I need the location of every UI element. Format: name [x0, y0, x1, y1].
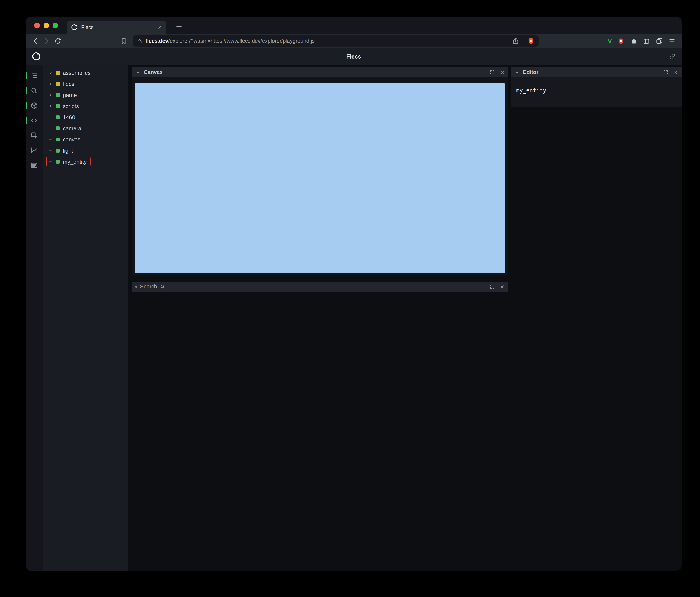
search-icon	[160, 284, 165, 289]
sidebar-item-hierarchy[interactable]	[26, 68, 43, 83]
address-bar[interactable]: flecs.dev/explorer/?wasm=https://www.fle…	[132, 35, 539, 47]
terminal-icon	[30, 161, 38, 169]
editor-panel-header: Editor	[511, 67, 682, 77]
bookmark-icon[interactable]	[118, 35, 129, 47]
tree-item-game[interactable]: game	[43, 89, 128, 100]
puzzle-extensions-icon[interactable]	[630, 37, 637, 45]
sidebar-item-inspect[interactable]	[26, 128, 43, 143]
entity-color-swatch	[56, 93, 60, 97]
editor-content[interactable]: my_entity	[516, 87, 546, 94]
sidebar-toggle-icon[interactable]	[643, 37, 650, 45]
new-tab-button[interactable]	[173, 21, 185, 32]
tree-item-label: light	[63, 147, 73, 154]
entity-color-swatch	[56, 160, 60, 163]
browser-tab-strip: Flecs	[26, 17, 682, 34]
sidebar-item-code[interactable]	[26, 113, 43, 128]
tree-item-canvas[interactable]: canvas	[43, 134, 128, 145]
sidebar-item-terminal[interactable]	[26, 158, 43, 173]
close-icon[interactable]	[500, 284, 505, 289]
v-extension-icon[interactable]: V	[608, 37, 612, 45]
tree-item-inner: flecs	[46, 79, 78, 88]
url-text: flecs.dev/explorer/?wasm=https://www.fle…	[145, 38, 315, 44]
expand-icon[interactable]	[663, 70, 668, 75]
canvas-panel-title: Canvas	[144, 69, 163, 75]
leaf-dash-icon	[47, 114, 53, 120]
tree-item-inner: assemblies	[46, 68, 95, 77]
entity-tree: assembliesflecsgamescripts1460cameracanv…	[43, 67, 128, 167]
entity-color-swatch	[56, 104, 60, 108]
tree-item-label: flecs	[63, 81, 74, 87]
sidebar-item-chart[interactable]	[26, 143, 43, 158]
leaf-dash-icon	[47, 159, 53, 164]
tree-item-scripts[interactable]: scripts	[43, 100, 128, 111]
tree-item-inner: scripts	[46, 101, 83, 111]
flecs-logo-icon	[32, 52, 41, 61]
expand-icon[interactable]	[490, 70, 495, 75]
flecs-explorer-page: Flecs assembliesflecsgamescripts1460came…	[26, 48, 682, 571]
active-indicator	[26, 102, 27, 109]
chevron-down-icon[interactable]	[135, 70, 141, 75]
shield-extension-icon[interactable]	[618, 37, 624, 45]
tab-title: Flecs	[81, 24, 154, 30]
browser-window: Flecs flecs.dev/explorer/?wasm=https://w…	[26, 17, 682, 571]
sidebar-item-search[interactable]	[26, 83, 43, 98]
editor-panel-title: Editor	[523, 69, 539, 75]
zoom-window-button[interactable]	[53, 23, 58, 28]
tree-item-label: 1460	[63, 114, 75, 120]
search-icon	[30, 86, 38, 94]
entity-color-swatch	[56, 149, 60, 152]
tree-item-label: game	[63, 92, 77, 98]
chevron-right-icon[interactable]	[47, 70, 53, 75]
browser-tab[interactable]: Flecs	[67, 21, 166, 34]
hierarchy-icon	[30, 72, 38, 79]
brave-shields-icon[interactable]	[527, 37, 534, 45]
tab-close-icon[interactable]	[157, 25, 162, 29]
close-window-button[interactable]	[34, 23, 40, 28]
search-panel-header: Search	[132, 282, 508, 292]
tree-item-inner: 1460	[46, 112, 79, 122]
menu-icon[interactable]	[668, 37, 676, 45]
entity-color-swatch	[56, 71, 60, 75]
minimize-window-button[interactable]	[43, 23, 49, 28]
tree-item-1460[interactable]: 1460	[43, 111, 128, 123]
tree-item-camera[interactable]: camera	[43, 123, 128, 134]
editor-panel-body[interactable]: my_entity	[511, 77, 682, 107]
entity-color-swatch	[56, 82, 60, 86]
address-bar-actions	[512, 37, 534, 45]
tree-item-assemblies[interactable]: assemblies	[43, 67, 128, 78]
webgl-canvas[interactable]	[135, 83, 505, 273]
page-title: Flecs	[26, 53, 682, 60]
toolbar-extensions: V	[608, 37, 677, 45]
close-icon[interactable]	[674, 70, 678, 75]
address-bar-divider	[523, 38, 523, 44]
leaf-dash-icon	[47, 126, 53, 131]
entity-tree-panel: assembliesflecsgamescripts1460cameracanv…	[43, 64, 128, 571]
tree-item-flecs[interactable]: flecs	[43, 78, 128, 89]
share-icon[interactable]	[512, 37, 519, 45]
back-button[interactable]	[30, 35, 41, 47]
chevron-down-icon[interactable]	[515, 70, 520, 75]
active-indicator	[26, 117, 27, 124]
active-indicator	[26, 72, 27, 79]
tree-item-inner: canvas	[46, 135, 84, 144]
tree-item-light[interactable]: light	[43, 145, 128, 156]
tab-search-icon[interactable]	[655, 37, 663, 45]
tree-item-inner: camera	[46, 124, 85, 133]
sidebar-item-cube[interactable]	[26, 98, 43, 113]
browser-toolbar: flecs.dev/explorer/?wasm=https://www.fle…	[26, 34, 682, 48]
expand-icon[interactable]	[490, 284, 495, 289]
chevron-right-icon[interactable]	[47, 92, 53, 98]
chevron-right-icon[interactable]	[47, 103, 53, 108]
leaf-dash-icon	[47, 137, 53, 142]
entity-color-swatch	[56, 126, 60, 130]
window-controls	[34, 23, 58, 28]
share-link-icon[interactable]	[669, 53, 676, 60]
chevron-right-icon[interactable]	[47, 81, 53, 86]
tree-item-label: camera	[63, 125, 81, 131]
code-icon	[30, 116, 38, 124]
tree-item-label: scripts	[63, 103, 79, 109]
reload-button[interactable]	[52, 35, 63, 47]
tree-item-my_entity[interactable]: my_entity	[43, 156, 128, 167]
forward-button[interactable]	[41, 35, 52, 47]
close-icon[interactable]	[500, 70, 505, 75]
